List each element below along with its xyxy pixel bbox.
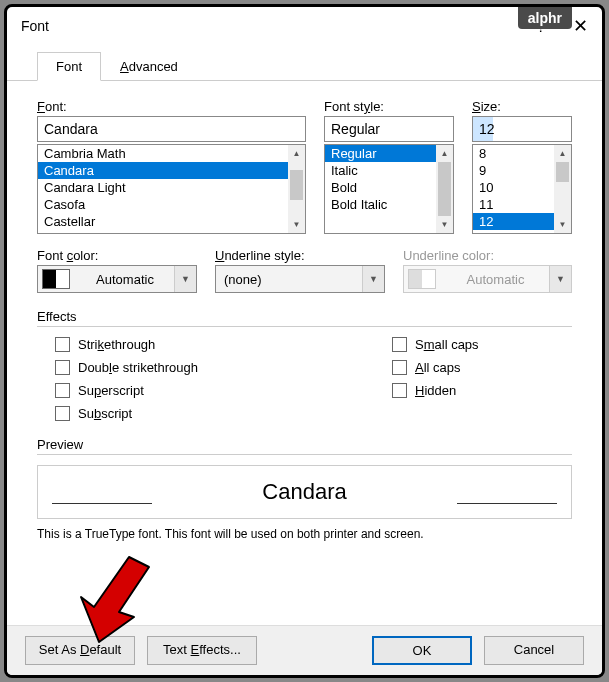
style-listbox[interactable]: Regular Italic Bold Bold Italic ▲ ▼ (324, 144, 454, 234)
fontcolor-label: Font color: (37, 248, 197, 263)
chevron-down-icon: ▼ (174, 266, 196, 292)
cancel-button[interactable]: Cancel (484, 636, 584, 665)
scroll-up-icon[interactable]: ▲ (554, 145, 571, 162)
size-label: Size: (472, 99, 572, 114)
style-input[interactable] (324, 116, 454, 142)
preview-box: Candara (37, 465, 572, 519)
brand-badge: alphr (518, 7, 572, 29)
underlinestyle-label: Underline style: (215, 248, 385, 263)
button-row: Set As Default Text Effects... OK Cancel (7, 625, 602, 675)
scroll-up-icon[interactable]: ▲ (288, 145, 305, 162)
size-option[interactable]: 10 (473, 179, 554, 196)
scroll-down-icon[interactable]: ▼ (554, 216, 571, 233)
underlinestyle-combo[interactable]: (none) ▼ (215, 265, 385, 293)
scroll-down-icon[interactable]: ▼ (288, 216, 305, 233)
underlinecolor-label: Underline color: (403, 248, 572, 263)
size-option[interactable]: 12 (473, 213, 554, 230)
chevron-down-icon: ▼ (362, 266, 384, 292)
font-option[interactable]: Candara Light (38, 179, 288, 196)
fontcolor-combo[interactable]: Automatic ▼ (37, 265, 197, 293)
font-dialog: alphr Font ? ✕ Font Advanced Font: Cambr… (4, 4, 605, 678)
font-option[interactable]: Cambria Math (38, 145, 288, 162)
set-default-button[interactable]: Set As Default (25, 636, 135, 665)
hidden-checkbox[interactable]: Hidden (392, 383, 572, 398)
font-listbox[interactable]: Cambria Math Candara Candara Light Casof… (37, 144, 306, 234)
color-swatch-icon (408, 269, 436, 289)
color-swatch-icon (42, 269, 70, 289)
tab-advanced[interactable]: Advanced (101, 52, 197, 81)
font-option[interactable]: Castellar (38, 213, 288, 230)
size-option[interactable]: 11 (473, 196, 554, 213)
superscript-checkbox[interactable]: Superscript (55, 383, 392, 398)
font-label: Font: (37, 99, 306, 114)
ok-button[interactable]: OK (372, 636, 472, 665)
scroll-down-icon[interactable]: ▼ (436, 216, 453, 233)
scroll-up-icon[interactable]: ▲ (436, 145, 453, 162)
text-effects-button[interactable]: Text Effects... (147, 636, 257, 665)
size-input[interactable] (472, 116, 572, 142)
font-option[interactable]: Candara (38, 162, 288, 179)
effects-heading: Effects (37, 309, 572, 327)
scrollbar[interactable]: ▲ ▼ (554, 145, 571, 233)
preview-text: Candara (262, 479, 346, 505)
font-note: This is a TrueType font. This font will … (37, 527, 572, 541)
dialog-title: Font (21, 18, 537, 34)
style-option[interactable]: Bold Italic (325, 196, 436, 213)
style-option[interactable]: Regular (325, 145, 436, 162)
underlinecolor-combo: Automatic ▼ (403, 265, 572, 293)
double-strikethrough-checkbox[interactable]: Double strikethrough (55, 360, 392, 375)
scrollbar[interactable]: ▲ ▼ (436, 145, 453, 233)
titlebar: Font ? ✕ (7, 7, 602, 41)
style-option[interactable]: Bold (325, 179, 436, 196)
preview-heading: Preview (37, 437, 572, 455)
tab-row: Font Advanced (7, 41, 602, 81)
style-option[interactable]: Italic (325, 162, 436, 179)
smallcaps-checkbox[interactable]: Small caps (392, 337, 572, 352)
size-option[interactable]: 9 (473, 162, 554, 179)
font-input[interactable] (37, 116, 306, 142)
style-label: Font style: (324, 99, 454, 114)
chevron-down-icon: ▼ (549, 266, 571, 292)
font-option[interactable]: Casofa (38, 196, 288, 213)
size-listbox[interactable]: 8 9 10 11 12 ▲ ▼ (472, 144, 572, 234)
allcaps-checkbox[interactable]: All caps (392, 360, 572, 375)
strikethrough-checkbox[interactable]: Strikethrough (55, 337, 392, 352)
scrollbar[interactable]: ▲ ▼ (288, 145, 305, 233)
tab-font[interactable]: Font (37, 52, 101, 81)
subscript-checkbox[interactable]: Subscript (55, 406, 392, 421)
size-option[interactable]: 8 (473, 145, 554, 162)
close-button[interactable]: ✕ (573, 15, 588, 37)
